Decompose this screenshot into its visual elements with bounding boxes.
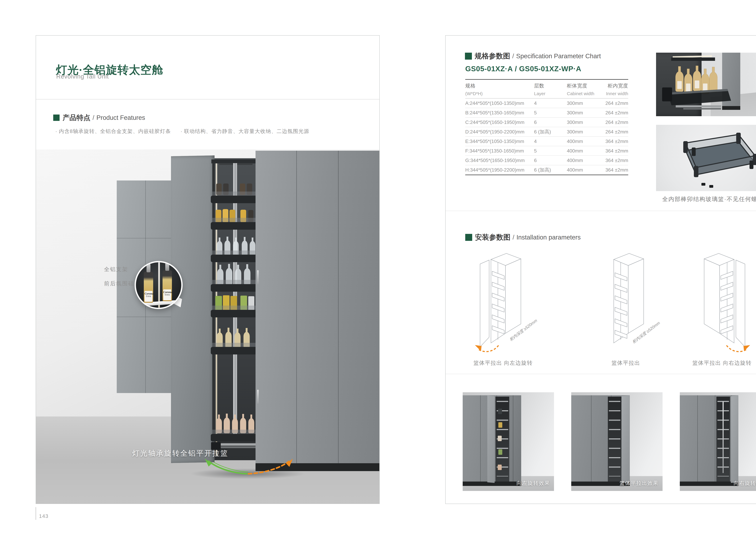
cell-spec: C:244*505*(1650-1950)mm	[465, 117, 524, 127]
col-header-zh: 柜体宽度	[567, 83, 594, 89]
bottle-label: Corona	[144, 292, 152, 295]
gallery-caption: 向左旋转效果	[517, 480, 550, 487]
bottle: CoronaExtra	[144, 272, 153, 303]
led-glow	[158, 262, 160, 308]
cell-cabinet-width: 300mm	[567, 117, 583, 127]
cell-inner-width: 364 ±2mm	[605, 165, 628, 175]
cell-layer: 6	[534, 117, 537, 127]
main-product-photo: 全铝支架 前后氛围硅胶灯 CoronaExtra CoronaExtra 灯光轴…	[36, 150, 379, 504]
gallery-photo-rotate-right: 向右旋转效果	[680, 392, 756, 491]
spec-photo-caption: 全内部棒卯结构玻璃篮·不见任何螺丝	[656, 195, 756, 203]
model-number: GS05-01XZ·A / GS05-01XZ-WP·A	[465, 65, 582, 73]
table-row: B:244*505*(1350-1650)mm5300mm264 ±2mm	[465, 108, 628, 117]
cell-cabinet-width: 400mm	[567, 165, 583, 175]
section-divider	[446, 374, 756, 374]
spec-photo-basket	[656, 125, 756, 191]
bottle-label: Corona	[163, 291, 171, 294]
cell-layer: 4	[534, 98, 537, 108]
col-header-en: Layer	[534, 91, 545, 96]
cell-inner-width: 364 ±2mm	[605, 156, 628, 165]
col-header-zh: 规格	[465, 83, 483, 89]
spec-heading-zh: 规格参数图	[475, 51, 510, 61]
diagram-caption: 篮体平拉出 向右边旋转	[687, 359, 756, 367]
header-divider	[36, 99, 379, 99]
cell-inner-width: 264 ±2mm	[605, 108, 628, 117]
install-heading: 安装参数图 / Installation parameters	[465, 233, 581, 242]
table-row: E:344*505*(1050-1350)mm4400mm364 ±2mm	[465, 137, 628, 146]
table-row: C:244*505*(1650-1950)mm6300mm264 ±2mm	[465, 117, 628, 127]
catalog-spread: 灯光·全铝旋转太空舱 Revolving Tall Unit 产品特点 / Pr…	[0, 0, 756, 536]
heading-separator: /	[93, 114, 94, 121]
door-handle	[257, 270, 259, 284]
cell-layer: 5	[534, 146, 537, 155]
gallery-photo-rotate-left: 向左旋转效果	[463, 392, 554, 491]
features-heading-en: Product Features	[96, 114, 145, 121]
cell-cabinet-width: 300mm	[567, 127, 583, 136]
spec-heading: 规格参数图 / Specification Parameter Chart	[465, 51, 601, 61]
feature-item: ·联动结构、省力静音、大容量大收纳、二边氛围光源	[180, 128, 309, 135]
install-heading-zh: 安装参数图	[475, 233, 511, 242]
col-header-en: Inner width	[606, 91, 628, 96]
pullout-unit	[716, 397, 730, 482]
bullet-icon: ·	[55, 128, 57, 134]
cell-layer: 6 (加高)	[534, 165, 551, 175]
pullout-unit	[495, 397, 509, 482]
diagram-caption: 篮体平拉出 向左边旋转	[468, 359, 538, 367]
cell-spec: D:244*505*(1950-2200)mm	[465, 127, 524, 136]
table-row: F:344*505*(1350-1650)mm5400mm364 ±2mm	[465, 146, 628, 156]
left-page: 灯光·全铝旋转太空舱 Revolving Tall Unit 产品特点 / Pr…	[36, 35, 380, 504]
right-page: 规格参数图 / Specification Parameter Chart GS…	[445, 35, 756, 504]
cell-layer: 4	[534, 137, 537, 146]
col-header-zh: 柜内宽度	[606, 83, 628, 89]
glass-basket-with-bottles	[662, 55, 733, 113]
install-diagram-left: 柜内深度 ≥520mm	[468, 250, 538, 356]
cell-inner-width: 264 ±2mm	[605, 127, 628, 136]
install-heading-en: Installation parameters	[517, 234, 581, 241]
install-diagram-right	[687, 250, 756, 356]
plinth	[680, 482, 738, 486]
cabinet-right	[256, 151, 379, 463]
gallery-caption: 向右旋转效果	[734, 480, 756, 487]
table-row: H:344*505*(1950-2200)mm6 (加高)400mm364 ±2…	[465, 165, 628, 175]
bottle: CoronaExtra	[163, 270, 172, 301]
door-handle	[257, 390, 259, 404]
cell-cabinet-width: 400mm	[567, 137, 583, 146]
cell-spec: G:344*505*(1650-1950)mm	[465, 156, 525, 165]
cell-cabinet-width: 300mm	[567, 98, 583, 108]
open-door	[487, 395, 494, 483]
page-subtitle: Revolving Tall Unit	[56, 73, 109, 80]
page-number-left: 143	[39, 513, 48, 519]
cell-spec: F:344*505*(1350-1650)mm	[465, 146, 524, 155]
spec-table: 规格(W*D*H) 层数Layer 柜体宽度Cabinet width 柜内宽度…	[465, 79, 628, 175]
cell-layer: 6	[534, 156, 537, 165]
rotate-right-arrow-icon	[743, 345, 750, 351]
photo-caption: 灯光轴承旋转全铝平开拉篮	[132, 449, 228, 458]
table-row: G:344*505*(1650-1950)mm6400mm364 ±2mm	[465, 156, 628, 165]
cabinet-open-door	[171, 155, 214, 463]
table-header: 规格(W*D*H) 层数Layer 柜体宽度Cabinet width 柜内宽度…	[465, 80, 628, 98]
open-door	[731, 395, 738, 483]
section-marker-icon	[465, 234, 472, 241]
table-row: A:244*505*(1050-1350)mm4300mm264 ±2mm	[465, 98, 628, 108]
rotation-pole	[723, 402, 724, 473]
feature-item: ·内含8轴承旋转、全铝合金支架、内嵌硅胶灯条	[55, 128, 171, 135]
features-heading: 产品特点 / Product Features	[53, 113, 145, 122]
features-heading-zh: 产品特点	[63, 113, 90, 122]
cell-inner-width: 364 ±2mm	[605, 146, 628, 155]
bottle-sublabel: Extra	[144, 295, 152, 297]
detail-zoom-bubble: CoronaExtra CoronaExtra	[135, 261, 183, 309]
heading-separator: /	[512, 52, 514, 60]
bottle-sublabel: Extra	[163, 294, 171, 296]
pullout-unit	[210, 158, 262, 463]
col-header-en: (W*D*H)	[465, 91, 483, 96]
section-marker-icon	[53, 115, 60, 121]
cell-layer: 6 (加高)	[534, 127, 551, 136]
page-number-rule	[36, 507, 36, 520]
heading-separator: /	[513, 234, 514, 241]
pullout-unit	[608, 397, 621, 482]
glass-basket	[656, 125, 756, 191]
callout-line1: 全铝支架	[104, 266, 128, 273]
cell-spec: B:244*505*(1350-1650)mm	[465, 108, 524, 117]
cell-cabinet-width: 400mm	[567, 146, 583, 155]
cell-cabinet-width: 300mm	[567, 108, 583, 117]
